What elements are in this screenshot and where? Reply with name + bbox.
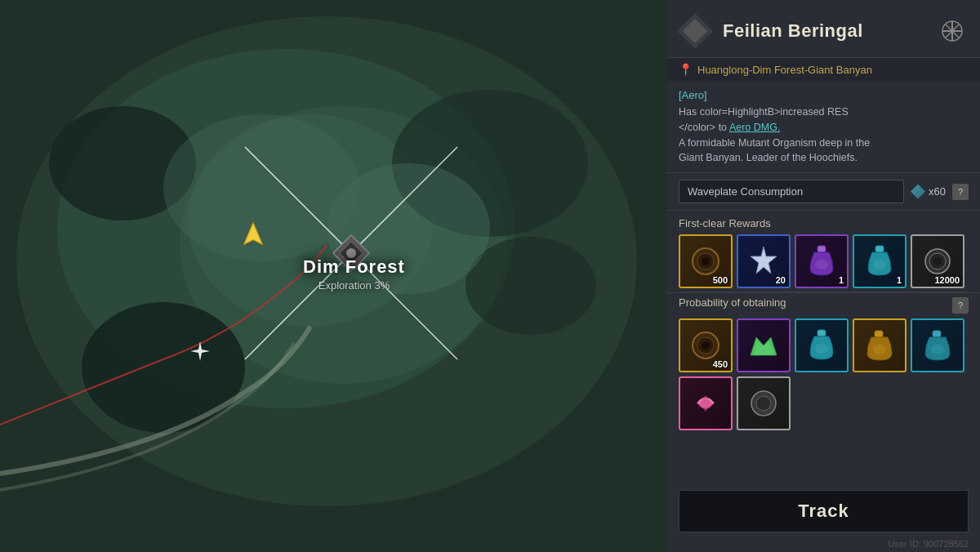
waveplate-cost: x60 xyxy=(911,185,946,199)
reward-bg xyxy=(796,320,847,371)
reward-item xyxy=(911,318,964,372)
svg-point-38 xyxy=(815,344,828,354)
svg-point-30 xyxy=(873,260,886,269)
reward-item: 1 xyxy=(853,234,906,288)
vial-icon xyxy=(806,244,837,278)
location-bar: 📍 Huanglong-Dim Forest-Giant Banyan xyxy=(667,58,980,81)
desc-line2: </color> to xyxy=(679,122,727,133)
boss-icon xyxy=(677,13,713,49)
reward-item xyxy=(737,376,791,430)
reward-item: 500 xyxy=(679,234,733,288)
svg-marker-26 xyxy=(751,247,777,274)
probability-rewards-row: 450 xyxy=(679,318,969,372)
boss-icon-inner xyxy=(683,19,707,43)
reward-item xyxy=(795,318,849,372)
svg-point-33 xyxy=(933,257,942,265)
reward-count: 1 xyxy=(897,275,902,285)
probability-section: Probability of obtaining ? 450 xyxy=(667,292,980,434)
panel-header: Feilian Beringal xyxy=(667,0,980,58)
info-panel: Feilian Beringal 📍 Huanglong-Dim Forest-… xyxy=(667,0,980,552)
description-text: Has color=HighlightB>increased RES </col… xyxy=(679,105,969,166)
reward-count: 1 xyxy=(839,275,844,285)
prob-item1-icon xyxy=(746,331,781,360)
probability-title: Probability of obtaining xyxy=(679,296,786,309)
first-clear-rewards-row: 500 20 xyxy=(679,234,969,288)
svg-point-40 xyxy=(873,345,886,354)
svg-point-15 xyxy=(346,248,356,258)
waveplate-gem-icon xyxy=(911,185,925,199)
reward-count: 450 xyxy=(713,359,728,369)
probability-rewards-row2 xyxy=(679,376,969,430)
svg-rect-39 xyxy=(875,331,883,337)
first-clear-title: First-clear Rewards xyxy=(679,217,969,229)
svg-rect-37 xyxy=(817,330,826,336)
panel-content[interactable]: [Aero] Has color=HighlightB>increased RE… xyxy=(667,81,980,490)
prob-item2-icon xyxy=(863,329,896,362)
waveplate-count: x60 xyxy=(929,185,946,198)
reward-item xyxy=(679,376,733,430)
reward-item xyxy=(737,318,791,372)
svg-point-44 xyxy=(756,396,771,411)
shell-icon xyxy=(688,244,723,278)
svg-rect-41 xyxy=(933,331,941,337)
location-pin-icon: 📍 xyxy=(679,63,693,76)
star-icon xyxy=(747,245,780,278)
track-button[interactable]: Track xyxy=(679,490,969,532)
prob-scroll2-icon xyxy=(747,387,780,420)
location-text: Huanglong-Dim Forest-Giant Banyan xyxy=(697,64,872,76)
waveplate-help-button[interactable]: ? xyxy=(952,184,969,200)
desc-line3: A formidable Mutant Organism deep in the xyxy=(679,137,870,149)
probability-help-button[interactable]: ? xyxy=(952,297,969,314)
prob-vial-icon xyxy=(806,328,837,363)
waveplate-label: Waveplate Consumption xyxy=(679,180,904,203)
element-tag: [Aero] xyxy=(679,89,969,101)
reward-item xyxy=(853,318,906,372)
vial2-icon xyxy=(864,244,895,278)
prob-shell-icon xyxy=(688,328,723,363)
prob-cross-icon xyxy=(689,389,722,418)
reward-item: 450 xyxy=(679,318,733,372)
reward-bg xyxy=(738,378,789,429)
desc-line4: Giant Banyan. Leader of the Hoochiefs. xyxy=(679,152,858,163)
first-clear-rewards-section: First-clear Rewards 500 xyxy=(667,211,980,292)
reward-bg xyxy=(912,320,963,371)
reward-bg xyxy=(854,320,905,371)
aero-dmg-link: Aero DMG. xyxy=(729,122,781,133)
reward-bg xyxy=(680,378,731,429)
svg-point-28 xyxy=(815,260,828,269)
scroll-icon xyxy=(921,245,954,278)
svg-point-10 xyxy=(163,114,359,261)
reward-count: 500 xyxy=(713,275,728,285)
user-id: User ID: 900728562 xyxy=(667,539,980,552)
prob-item3-icon xyxy=(921,329,954,362)
map-section: Dim Forest Exploration 3% xyxy=(0,0,667,552)
reward-count: 20 xyxy=(776,275,786,285)
svg-point-42 xyxy=(931,345,944,354)
svg-point-7 xyxy=(466,237,596,335)
description-section: [Aero] Has color=HighlightB>increased RE… xyxy=(667,81,980,173)
svg-rect-27 xyxy=(817,246,826,252)
probability-header: Probability of obtaining ? xyxy=(679,296,969,314)
reward-item: 12000 xyxy=(911,234,964,288)
waveplate-section: Waveplate Consumption x60 ? xyxy=(667,173,980,211)
reward-bg xyxy=(738,320,789,371)
svg-point-25 xyxy=(702,257,710,265)
reward-count: 12000 xyxy=(934,275,960,285)
close-icon[interactable] xyxy=(939,18,965,44)
svg-rect-29 xyxy=(875,246,884,252)
reward-item: 20 xyxy=(737,234,791,288)
boss-name: Feilian Beringal xyxy=(723,20,939,42)
reward-item: 1 xyxy=(795,234,849,288)
svg-point-36 xyxy=(702,341,710,349)
desc-line1: Has color=HighlightB>increased RES xyxy=(679,106,849,118)
